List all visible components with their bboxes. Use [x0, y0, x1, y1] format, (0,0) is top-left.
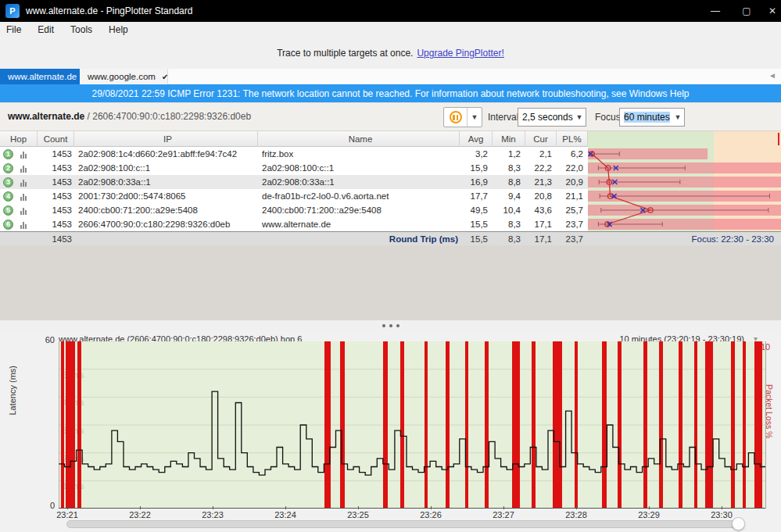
- x-tick-label: 23:22: [124, 510, 156, 520]
- ip-cell: 2a02:908:1c4:d660:2e91:abff:fe94:7c42: [74, 147, 258, 161]
- x-tick-label: 23:24: [270, 510, 301, 520]
- latency-axis-header: 0 ms Latency 153 ms: [588, 131, 781, 147]
- x-tick-mark: [722, 506, 722, 509]
- avg-cell: 49,5: [460, 203, 493, 217]
- timeline-scrollbar-thumb[interactable]: [732, 517, 745, 530]
- mini-bar-chart-icon: [20, 192, 27, 201]
- x-tick-label: 23:29: [633, 510, 665, 520]
- avg-cell: 15,5: [460, 217, 493, 231]
- min-cell: 8,8: [493, 175, 525, 189]
- timeline-chart[interactable]: 50 ms40 ms30 ms20 ms10 ms: [59, 341, 766, 509]
- min-cell: 10,4: [493, 203, 525, 217]
- ip-cell: 2a02:908:0:33a::1: [74, 175, 258, 189]
- latency-max-marker: [778, 133, 779, 145]
- menu-tools[interactable]: Tools: [70, 24, 92, 35]
- mini-bar-chart-icon: [20, 206, 27, 215]
- pause-icon: [450, 111, 462, 123]
- round-trip-label: Round Trip (ms): [258, 232, 460, 246]
- header-hop[interactable]: Hop: [0, 131, 38, 147]
- table-row[interactable]: 6 1453 2606:4700:90:0:c180:2298:9326:d0e…: [0, 217, 588, 231]
- menu-file[interactable]: File: [6, 24, 21, 35]
- close-button[interactable]: ✕: [762, 0, 781, 22]
- pause-button-group: ▼: [443, 107, 482, 127]
- x-tick-mark: [213, 506, 213, 509]
- title-bar: P www.alternate.de - PingPlotter Standar…: [0, 0, 781, 22]
- cur-cell: 20,8: [525, 189, 557, 203]
- summary-pl: 23,7: [557, 232, 588, 246]
- minimize-button[interactable]: —: [700, 0, 731, 22]
- upgrade-link[interactable]: Upgrade PingPlotter!: [417, 48, 503, 59]
- y-axis-max-label: 60: [36, 335, 55, 345]
- menu-bar: File Edit Tools Help: [0, 22, 781, 37]
- header-cur[interactable]: Cur: [525, 131, 557, 147]
- mini-bar-chart-icon: [20, 164, 27, 173]
- name-cell: 2400:cb00:71:200::a29e:5408: [258, 203, 460, 217]
- table-row[interactable]: 3 1453 2a02:908:0:33a::1 2a02:908:0:33a:…: [0, 175, 588, 189]
- pause-button[interactable]: [444, 108, 468, 127]
- focus-select[interactable]: 60 minutes ▼: [619, 108, 685, 127]
- header-min[interactable]: Min: [493, 131, 525, 147]
- min-cell: 8,3: [493, 161, 525, 175]
- tab-www-google-com[interactable]: www.google.com ✔: [80, 69, 168, 84]
- name-cell: de-fra01b-rc2-lo0-0.v6.aorta.net: [258, 189, 460, 203]
- header-avg[interactable]: Avg: [460, 131, 493, 147]
- packet-loss-max-label: 10: [761, 342, 770, 352]
- cur-cell: 22,2: [525, 161, 557, 175]
- app-icon: P: [5, 4, 20, 18]
- avg-cell: 16,9: [460, 175, 493, 189]
- avg-cell: 17,7: [460, 189, 493, 203]
- cur-cell: 43,6: [525, 203, 557, 217]
- timeline-scrollbar-track[interactable]: [66, 520, 739, 528]
- target-toolbar: www.alternate.de / 2606:4700:90:0:c180:2…: [0, 102, 781, 131]
- x-tick-label: 23:28: [561, 510, 592, 520]
- hop-latency-chart: [588, 147, 781, 231]
- splitter-grip-icon: [382, 324, 399, 327]
- table-row[interactable]: 5 1453 2400:cb00:71:200::a29e:5408 2400:…: [0, 203, 588, 217]
- hop-table-body: 1 1453 2a02:908:1c4:d660:2e91:abff:fe94:…: [0, 147, 588, 231]
- maximize-button[interactable]: ▢: [731, 0, 762, 22]
- chevron-down-icon: ▼: [573, 113, 586, 121]
- icmp-error-banner: 29/08/2021 22:59 ICMP Error 1231: The ne…: [0, 84, 781, 102]
- table-row[interactable]: 4 1453 2001:730:2d00::5474:8065 de-fra01…: [0, 189, 588, 203]
- name-cell: 2a02:908:100:c::1: [258, 161, 460, 175]
- pingplotter-window: P www.alternate.de - PingPlotter Standar…: [0, 0, 781, 532]
- ip-cell: 2400:cb00:71:200::a29e:5408: [74, 203, 258, 217]
- x-tick-label: 23:21: [52, 510, 83, 520]
- cur-cell: 17,1: [525, 217, 557, 231]
- tab-www-alternate-de[interactable]: www.alternate.de ✔: [0, 69, 80, 84]
- min-cell: 9,4: [493, 189, 525, 203]
- header-name[interactable]: Name: [258, 131, 460, 147]
- header-ip[interactable]: IP: [74, 131, 258, 147]
- x-tick-mark: [503, 506, 504, 509]
- header-count[interactable]: Count: [38, 131, 74, 147]
- tab-scroll-left-icon[interactable]: ◄: [768, 71, 776, 80]
- pl-cell: 20,9: [557, 175, 588, 189]
- panel-splitter[interactable]: [0, 320, 781, 331]
- hop-number-badge: 6: [3, 220, 13, 230]
- header-pl[interactable]: PL%: [557, 131, 588, 147]
- y-axis-min-label: 0: [42, 501, 55, 510]
- ip-cell: 2a02:908:100:c::1: [74, 161, 258, 175]
- menu-help[interactable]: Help: [109, 24, 128, 35]
- summary-cur: 17,1: [525, 232, 557, 246]
- count-cell: 1453: [38, 175, 74, 189]
- timeline-panel: www.alternate.de (2606:4700:90:0:c180:22…: [0, 331, 781, 532]
- interval-select[interactable]: 2,5 seconds ▼: [518, 108, 586, 127]
- x-tick-mark: [67, 506, 68, 509]
- count-cell: 1453: [38, 189, 74, 203]
- cur-cell: 2,1: [525, 147, 557, 161]
- pause-dropdown-button[interactable]: ▼: [468, 108, 482, 127]
- table-row[interactable]: 1 1453 2a02:908:1c4:d660:2e91:abff:fe94:…: [0, 147, 588, 161]
- count-cell: 1453: [38, 161, 74, 175]
- x-tick-mark: [140, 506, 141, 509]
- target-tab-bar: www.alternate.de ✔ www.google.com ✔ ◄: [0, 69, 781, 84]
- x-tick-mark: [358, 506, 359, 509]
- x-tick-label: 23:23: [197, 510, 228, 520]
- x-tick-mark: [431, 506, 432, 509]
- summary-avg: 15,5: [460, 232, 493, 246]
- mini-bar-chart-icon: [20, 150, 27, 159]
- pl-cell: 25,7: [557, 203, 588, 217]
- table-row[interactable]: 2 1453 2a02:908:100:c::1 2a02:908:100:c:…: [0, 161, 588, 175]
- mini-bar-chart-icon: [20, 220, 27, 229]
- menu-edit[interactable]: Edit: [38, 24, 54, 35]
